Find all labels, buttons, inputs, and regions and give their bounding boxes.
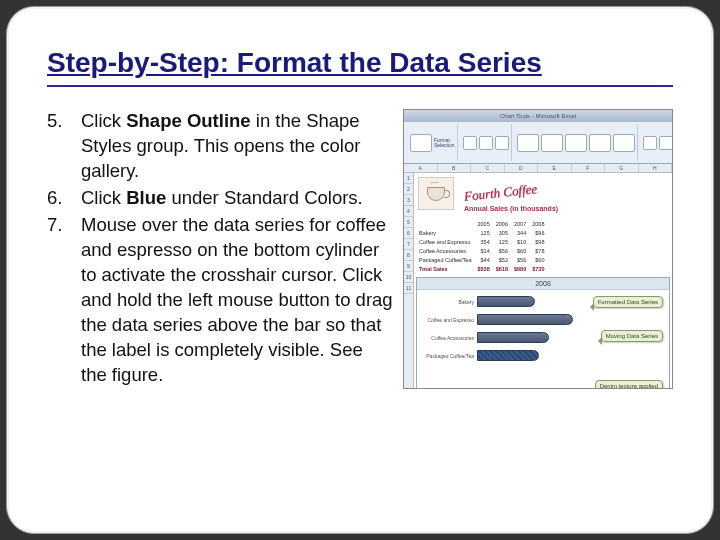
col-hdr: F	[572, 164, 606, 172]
sheet-body: Fourth Coffee Annual Sales (in thousands…	[414, 173, 672, 388]
table-row: Bakery 125 305 344 $96	[416, 228, 548, 237]
shape-outline-button	[659, 136, 673, 150]
slide: Step-by-Step: Format the Data Series Cli…	[6, 6, 714, 534]
step-7: Mouse over the data series for coffee an…	[47, 213, 393, 388]
cell: Coffee and Espresso	[416, 237, 475, 246]
cell: Bakery	[416, 228, 475, 237]
window-titlebar: Chart Tools - Microsoft Excel	[404, 110, 672, 122]
sheet-subtitle: Annual Sales (in thousands)	[464, 205, 558, 212]
cell: $44	[475, 255, 493, 264]
cell: $14	[475, 246, 493, 255]
bar-label: Coffee Accessories	[421, 335, 477, 341]
ribbon-group-outline	[641, 124, 673, 161]
format-selection-button	[410, 134, 432, 152]
style-button	[565, 134, 587, 152]
callout-moving: Moving Data Series	[601, 330, 663, 342]
row-hdr: 11	[404, 283, 413, 294]
style-button	[541, 134, 563, 152]
ribbon: FormatSelection	[404, 122, 672, 164]
style-button	[517, 134, 539, 152]
cell: $56	[493, 246, 511, 255]
bar-label: Packaged Coffee/Tea	[421, 353, 477, 359]
cell: $52	[493, 255, 511, 264]
step-5: Click Shape Outline in the Shape Styles …	[47, 109, 393, 184]
data-bar	[477, 314, 573, 325]
bar-row: Packaged Coffee/Tea	[421, 348, 665, 363]
cell: $96	[529, 228, 547, 237]
step-text: Click	[81, 187, 126, 208]
instructions-column: Click Shape Outline in the Shape Styles …	[47, 109, 393, 390]
row-hdr: 9	[404, 261, 413, 272]
col-hdr: B	[438, 164, 472, 172]
table-total-row: Total Sales $538 $618 $680 $730	[416, 264, 548, 273]
brand-text: Fourth Coffee	[463, 181, 538, 205]
col-hdr: D	[505, 164, 539, 172]
bar-label: Bakery	[421, 299, 477, 305]
data-bar	[477, 332, 549, 343]
cell: Packaged Coffee/Tea	[416, 255, 475, 264]
shape-button	[479, 136, 493, 150]
step-text: under Standard Colors.	[166, 187, 362, 208]
cell: $10	[511, 237, 529, 246]
worksheet: A B C D E F G H 1 2 3 4 5 6 7 8	[404, 164, 672, 388]
chart-body: Bakery Coffee and Espresso Coffee Access…	[417, 290, 669, 389]
coffee-cup-icon	[427, 187, 445, 201]
logo-cell	[418, 177, 454, 210]
cell: 354	[475, 237, 493, 246]
callout-denim: Denim texture applied	[595, 380, 663, 389]
table-row: Packaged Coffee/Tea $44 $52 $56 $60	[416, 255, 548, 264]
cell: 2006	[493, 219, 511, 228]
shape-fill-button	[643, 136, 657, 150]
cell: 2008	[529, 219, 547, 228]
row-headers: 1 2 3 4 5 6 7 8 9 10 11	[404, 173, 414, 388]
chart-title: 2008	[417, 278, 669, 290]
cell: $730	[529, 264, 547, 273]
table-header-row: 2005 2006 2007 2008	[416, 219, 548, 228]
bar-label: Coffee and Espresso	[421, 317, 477, 323]
row-hdr: 5	[404, 217, 413, 228]
cell: 2005	[475, 219, 493, 228]
bar-row: Coffee and Espresso	[421, 312, 665, 327]
row-hdr: 7	[404, 239, 413, 250]
table-row: Coffee and Espresso 354 125 $10 $98	[416, 237, 548, 246]
cell: 344	[511, 228, 529, 237]
cell: $98	[529, 237, 547, 246]
data-bar-denim	[477, 350, 539, 361]
data-table: 2005 2006 2007 2008 Bakery 125 305 344 $…	[416, 219, 548, 273]
cell: 2007	[511, 219, 529, 228]
cell: $538	[475, 264, 493, 273]
ribbon-group: FormatSelection	[408, 124, 458, 161]
row-hdr: 3	[404, 195, 413, 206]
embedded-chart: 2008 Bakery Coffee and Espresso	[416, 277, 670, 389]
cell: $60	[529, 255, 547, 264]
shape-button	[463, 136, 477, 150]
shape-button	[495, 136, 509, 150]
cell: $680	[511, 264, 529, 273]
col-hdr: G	[605, 164, 639, 172]
ribbon-group-styles	[515, 124, 638, 161]
cell: Total Sales	[416, 264, 475, 273]
cell: $56	[511, 255, 529, 264]
step-text: Mouse over the data series for coffee an…	[81, 214, 393, 385]
cell: $618	[493, 264, 511, 273]
step-list: Click Shape Outline in the Shape Styles …	[47, 109, 393, 388]
cell: 305	[493, 228, 511, 237]
row-hdr: 8	[404, 250, 413, 261]
excel-screenshot: Chart Tools - Microsoft Excel FormatSele…	[403, 109, 673, 389]
cell: 125	[475, 228, 493, 237]
step-text: Click	[81, 110, 126, 131]
ribbon-label: FormatSelection	[434, 138, 455, 148]
ribbon-group-shapes	[461, 124, 512, 161]
step-bold: Shape Outline	[126, 110, 250, 131]
row-hdr: 1	[404, 173, 413, 184]
cell: 125	[493, 237, 511, 246]
cell: $60	[511, 246, 529, 255]
callout-formatted: Formatted Data Series	[593, 296, 663, 308]
content-row: Click Shape Outline in the Shape Styles …	[47, 109, 673, 390]
style-button	[589, 134, 611, 152]
column-headers: A B C D E F G H	[404, 164, 672, 173]
style-button	[613, 134, 635, 152]
row-hdr: 6	[404, 228, 413, 239]
table-row: Coffee Accessories $14 $56 $60 $78	[416, 246, 548, 255]
cell: Coffee Accessories	[416, 246, 475, 255]
